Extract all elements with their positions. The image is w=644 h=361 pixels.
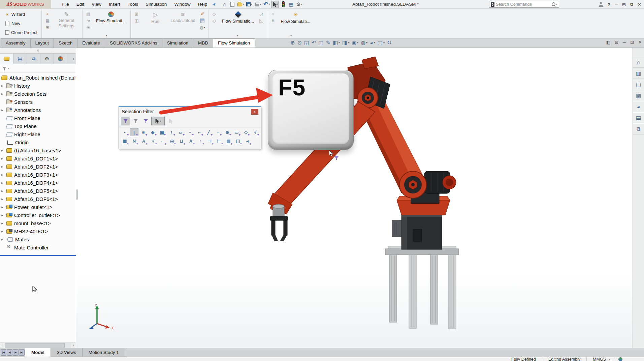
forum-icon[interactable]: ⧉ xyxy=(633,123,644,134)
apply-scene-icon[interactable]: ◕ ▾ xyxy=(370,40,375,46)
tree-item-right-plane[interactable]: ▸ Right Plane xyxy=(0,130,76,138)
display-group-caret[interactable]: ▾ xyxy=(290,34,292,37)
toggle-selection-filters-button[interactable] xyxy=(121,117,130,125)
filter-sketches[interactable]: ⌐ xyxy=(195,128,204,136)
tree-item-origin[interactable]: ▸ Origin xyxy=(0,138,76,146)
panel-grip[interactable] xyxy=(0,48,76,53)
tab-mbd[interactable]: MBD xyxy=(193,38,213,48)
close-icon[interactable]: x xyxy=(251,109,258,115)
expand-arrow-icon[interactable]: ▸ xyxy=(1,173,6,177)
xy-plot-icon[interactable]: ◺ xyxy=(258,18,264,23)
tab-simulation[interactable]: Simulation xyxy=(162,38,193,48)
wizard-button[interactable]: ✦Wizard xyxy=(4,10,39,19)
filter-midpoints[interactable]: ◦ xyxy=(214,128,223,136)
restore-button[interactable]: ⊞ xyxy=(622,2,626,7)
menu-view[interactable]: View xyxy=(88,0,105,8)
tree-item-power-outlet[interactable]: ▸ Power_outlet<1> xyxy=(0,203,76,211)
hud-dropdown-caret[interactable]: ▾ xyxy=(339,41,340,44)
section-view-icon[interactable]: ◫ ▾ xyxy=(318,39,323,46)
rollback-bar[interactable] xyxy=(0,255,76,256)
hud-dropdown-caret[interactable]: ▾ xyxy=(383,41,385,44)
undo-button[interactable]: ↶▾ xyxy=(263,1,270,8)
home-button[interactable]: ⌂ xyxy=(221,1,228,8)
filter-center-marks[interactable]: ⊕ xyxy=(223,128,232,136)
filter-solid-bodies[interactable]: ▣ xyxy=(158,128,167,136)
expand-arrow-icon[interactable]: ▸ xyxy=(1,92,6,96)
solve-tools-icon[interactable]: ✐ xyxy=(199,11,205,17)
tree-item-mate-controller[interactable]: ▸ Mate Controller xyxy=(0,243,76,251)
display-style-icon[interactable]: ◨ ▾ xyxy=(342,39,349,46)
hud-dropdown-caret[interactable]: ▾ xyxy=(348,41,349,44)
doc-minimize-icon[interactable]: ─ xyxy=(623,40,626,45)
hud-dropdown-caret[interactable]: ▾ xyxy=(366,41,367,44)
filter-sketch-relations[interactable]: √ xyxy=(251,128,260,136)
scrollbar-thumb[interactable] xyxy=(5,343,65,348)
next-tab-button[interactable]: ▶ xyxy=(13,349,19,356)
scroll-left-button[interactable]: ‹ xyxy=(0,343,4,348)
filter-decals[interactable]: ▨ xyxy=(224,137,233,145)
expand-arrow-icon[interactable]: ▸ xyxy=(1,164,6,169)
zoom-to-area-icon[interactable]: ◱ ▾ xyxy=(304,39,309,46)
expand-arrow-icon[interactable]: ▸ xyxy=(1,84,6,88)
previous-tab-button[interactable]: ◀ xyxy=(7,349,12,356)
panel-expand-chevron[interactable]: › xyxy=(67,54,76,64)
display-manager-tab[interactable] xyxy=(54,54,67,64)
options-button[interactable]: ⚙▾ xyxy=(295,1,303,8)
filter-hatches[interactable]: ◂ xyxy=(243,137,252,145)
flow-settings-icon-3[interactable]: ⊞ xyxy=(44,25,51,30)
zoom-to-fit-icon[interactable]: ⊙ ▾ xyxy=(297,39,301,46)
doc-close-icon[interactable]: ✕ xyxy=(638,40,642,45)
expand-arrow-icon[interactable]: ▸ xyxy=(1,148,6,153)
tree-filter-caret[interactable]: ▾ xyxy=(8,67,9,70)
undo-dropdown-caret[interactable]: ▾ xyxy=(268,3,270,6)
filter-surface-bodies[interactable]: ◆ xyxy=(148,128,157,136)
component-control-icon[interactable]: ⇥ xyxy=(85,18,91,23)
tree-item-annotations[interactable]: ▸ Annotations xyxy=(0,106,76,114)
rebuild-button[interactable] xyxy=(280,1,287,8)
selection-filter-dialog[interactable]: Selection Filter x ▾ xyxy=(119,106,261,149)
appearances-icon[interactable]: ◕ xyxy=(633,101,644,112)
robot-shoulder[interactable] xyxy=(424,171,456,193)
tree-horizontal-scrollbar[interactable]: ‹ › xyxy=(0,342,76,348)
pin-icon[interactable]: ➤ xyxy=(211,1,217,7)
print-button[interactable]: ▾ xyxy=(254,1,262,8)
clear-all-filters-button[interactable] xyxy=(131,117,140,125)
panel-grip-handle[interactable] xyxy=(37,50,39,52)
flow-simulation-dropdown-1[interactable]: Flow Simulati... xyxy=(94,10,128,25)
selection-filter-titlebar[interactable]: Selection Filter x xyxy=(119,107,261,116)
tree-item-mount-base[interactable]: ▸ mount_base<1> xyxy=(0,219,76,227)
filter-routing-points[interactable]: ⊢ xyxy=(215,137,224,145)
tree-item-controller-outlet[interactable]: ▸ Controller_outlet<1> xyxy=(0,211,76,219)
save-dropdown-caret[interactable]: ▾ xyxy=(251,3,252,6)
filter-sketch-segments[interactable]: ╱ xyxy=(204,128,213,136)
flow-simulation-dropdown-2[interactable]: Flow Simulatio... xyxy=(220,10,256,25)
tree-item-abfan16-dof5[interactable]: ▸ Abfan16_DOF5<1> xyxy=(0,187,76,195)
load-unload-button[interactable]: ⧈ Load/Unload xyxy=(168,10,197,25)
tab-sketch[interactable]: Sketch xyxy=(54,38,77,48)
expand-arrow-icon[interactable]: ▸ xyxy=(1,197,6,201)
filter-balloons[interactable]: A xyxy=(139,137,148,145)
help-button[interactable]: ? xyxy=(608,2,610,7)
tree-item-abfan16-base[interactable]: ▸ (f) Abfan16_base<1> xyxy=(0,146,76,154)
flux-plot-icon[interactable]: ◿ xyxy=(258,11,264,17)
tree-filter-funnel-icon[interactable] xyxy=(2,66,7,71)
expand-arrow-icon[interactable]: ▸ xyxy=(1,181,6,185)
flow-settings-icon-1[interactable]: ⌕ xyxy=(44,11,51,17)
tab-model[interactable]: Model xyxy=(25,348,51,357)
view-orientation-icon[interactable]: ◧ ▾ xyxy=(333,39,340,46)
tree-item-selection-sets[interactable]: ▸ Selection Sets xyxy=(0,90,76,98)
expand-arrow-icon[interactable]: ▸ xyxy=(1,108,6,112)
dynamic-annotation-icon[interactable]: ✎ ▾ xyxy=(326,39,330,46)
open-button[interactable]: ▾ xyxy=(237,1,245,8)
tab-solidworks-add-ins[interactable]: SOLIDWORKS Add-Ins xyxy=(105,38,162,48)
expand-arrow-icon[interactable]: ▸ xyxy=(1,221,6,225)
filter-weld-symbols[interactable]: ⌐ xyxy=(158,137,167,145)
expand-arrow-icon[interactable]: ▸ xyxy=(1,229,6,234)
filter-annotations[interactable]: ▦ xyxy=(120,137,129,145)
cut-plot-icon[interactable]: ◇ xyxy=(211,11,217,17)
tab-assembly[interactable]: Assembly xyxy=(1,38,31,48)
filter-parting-lines[interactable]: ◫ xyxy=(233,137,243,145)
robot-model[interactable] xyxy=(76,48,633,348)
configuration-manager-tab[interactable]: ⧉ xyxy=(27,54,40,64)
menu-window[interactable]: Window xyxy=(170,0,194,8)
